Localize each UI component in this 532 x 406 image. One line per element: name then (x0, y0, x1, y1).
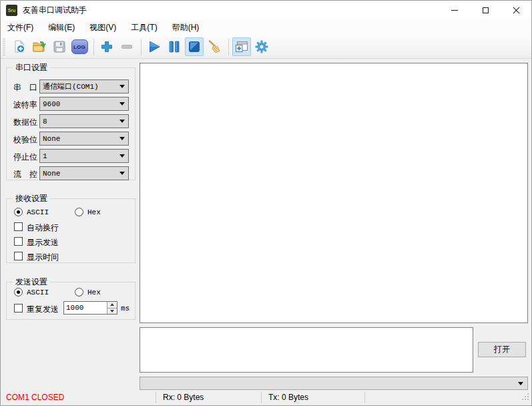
maximize-button[interactable] (470, 1, 501, 19)
chevron-down-icon (119, 172, 125, 175)
open-file-button[interactable] (30, 37, 49, 56)
send-ascii-radio[interactable] (14, 288, 23, 296)
send-settings-title: 发送设置 (13, 276, 50, 288)
maximize-icon (483, 7, 489, 13)
save-button[interactable] (50, 37, 69, 56)
log-button[interactable]: LOG (70, 37, 89, 56)
baudrate-value: 9600 (43, 100, 60, 108)
app-icon: Sru (6, 5, 17, 16)
settings-gear-icon (254, 39, 269, 54)
rx-counter: Rx: 0 Bytes (163, 393, 204, 402)
toolbar-separator (93, 39, 94, 55)
toolbar-grip[interactable] (3, 39, 5, 55)
receive-ascii-radio[interactable] (14, 208, 23, 216)
add-icon (99, 39, 114, 54)
menu-view[interactable]: 视图(V) (85, 20, 121, 35)
show-time-label: 显示时间 (27, 252, 59, 263)
receive-hex-label: Hex (87, 208, 101, 216)
chevron-down-icon (119, 137, 125, 140)
chevron-down-icon (119, 102, 125, 106)
clear-broom-icon (207, 39, 222, 54)
spinner-down-button[interactable] (107, 309, 117, 315)
window-title: 友善串口调试助手 (23, 5, 87, 16)
pause-icon (167, 39, 182, 54)
open-port-button[interactable]: 打开 (478, 342, 526, 357)
toolbar-separator (228, 39, 229, 55)
show-send-label: 显示发送 (27, 237, 59, 248)
title-bar: Sru 友善串口调试助手 (1, 1, 531, 19)
menu-bar: 文件(F) 编辑(E) 视图(V) 工具(T) 帮助(H) (1, 19, 531, 35)
receive-display[interactable] (140, 63, 528, 323)
repeat-interval-spinner (63, 301, 117, 315)
databits-select[interactable]: 8 (39, 114, 129, 128)
receive-hex-radio[interactable] (75, 208, 83, 216)
serial-settings-group: 串口设置 串 口 通信端口(COM1) 波特率 9600 数据位 8 校验位 N… (6, 67, 136, 180)
menu-edit[interactable]: 编辑(E) (43, 20, 79, 35)
minimize-button[interactable] (439, 1, 470, 19)
chevron-down-icon (119, 154, 125, 158)
databits-label: 数据位 (13, 117, 37, 128)
send-hex-label: Hex (87, 288, 101, 296)
auto-newline-checkbox[interactable] (14, 222, 23, 231)
menu-help[interactable]: 帮助(H) (168, 20, 204, 35)
menu-file[interactable]: 文件(F) (3, 20, 38, 35)
receive-ascii-label: ASCII (27, 208, 49, 216)
close-icon (513, 7, 520, 14)
log-icon: LOG (71, 39, 88, 54)
receive-settings-group: 接收设置 ASCII Hex 自动换行 显示发送 显示时间 (6, 198, 136, 263)
toggle-send-panel-button[interactable] (232, 37, 251, 56)
remove-icon (119, 39, 134, 54)
connection-status: COM1 CLOSED (6, 393, 64, 402)
chevron-down-icon (518, 382, 523, 385)
port-label: 串 口 (13, 82, 37, 93)
chevron-down-icon (119, 85, 125, 88)
repeat-send-checkbox[interactable] (14, 304, 23, 313)
start-button[interactable] (145, 37, 164, 56)
baudrate-label: 波特率 (13, 99, 37, 111)
pause-button[interactable] (165, 37, 184, 56)
send-ascii-label: ASCII (27, 288, 49, 296)
show-send-checkbox[interactable] (14, 237, 23, 246)
stopbits-select[interactable]: 1 (39, 149, 129, 163)
send-history-dropdown[interactable] (140, 377, 528, 390)
port-select[interactable]: 通信端口(COM1) (39, 79, 129, 93)
parity-label: 校验位 (13, 134, 37, 146)
send-settings-group: 发送设置 ASCII Hex 重复发送 ms (6, 282, 136, 320)
toolbar-separator (141, 39, 142, 55)
chevron-down-icon (119, 120, 125, 123)
menu-tools[interactable]: 工具(T) (126, 20, 162, 35)
new-file-button[interactable] (10, 37, 29, 56)
statusbar-divider (156, 392, 156, 403)
send-input[interactable] (140, 327, 473, 373)
settings-button[interactable] (252, 37, 271, 56)
stop-icon (187, 39, 202, 54)
save-icon (52, 39, 67, 54)
new-file-icon (12, 39, 27, 54)
window-controls (439, 1, 531, 19)
databits-value: 8 (43, 118, 47, 126)
flowctrl-value: None (43, 170, 60, 178)
auto-newline-label: 自动换行 (27, 222, 59, 234)
spinner-up-button[interactable] (107, 302, 117, 309)
repeat-interval-input[interactable] (64, 302, 107, 314)
statusbar-divider (364, 392, 365, 403)
minimize-icon (451, 10, 458, 11)
remove-button[interactable] (117, 37, 136, 56)
show-time-checkbox[interactable] (14, 252, 23, 260)
toggle-send-panel-icon (234, 39, 249, 54)
stopbits-value: 1 (43, 152, 47, 160)
parity-select[interactable]: None (39, 132, 129, 146)
toolbar: LOG (1, 35, 531, 59)
serial-settings-title: 串口设置 (13, 62, 50, 73)
start-icon (147, 39, 162, 54)
send-hex-radio[interactable] (75, 288, 83, 296)
port-value: 通信端口(COM1) (43, 81, 99, 91)
add-button[interactable] (97, 37, 116, 56)
stop-button[interactable] (185, 37, 204, 56)
flowctrl-select[interactable]: None (39, 166, 129, 180)
clear-button[interactable] (205, 37, 224, 56)
close-button[interactable] (501, 1, 531, 19)
baudrate-select[interactable]: 9600 (39, 97, 129, 111)
open-folder-icon (32, 39, 47, 54)
resize-grip-icon[interactable] (521, 392, 530, 404)
